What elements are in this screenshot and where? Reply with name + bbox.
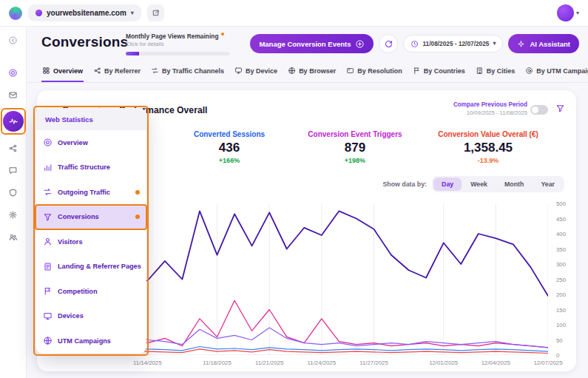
sidebar-target-button[interactable] xyxy=(7,67,19,78)
website-selector[interactable]: yourwebsitename.com ▾ xyxy=(28,4,141,21)
metric-label: Conversion Value Overall (€) xyxy=(438,130,538,138)
sidebar-users-button[interactable] xyxy=(7,231,19,243)
tab-overview[interactable]: Overview xyxy=(41,63,84,82)
flyout-item-label: Devices xyxy=(58,312,84,320)
flyout-item-traffic-structure[interactable]: Traffic Structure xyxy=(36,155,146,180)
flag-icon xyxy=(413,67,421,75)
y-axis-label: 300 xyxy=(556,261,566,268)
flyout-item-conversions[interactable]: Conversions xyxy=(36,205,146,230)
metric-conversion-value-overall: Conversion Value Overall (€) 1,358.45 -1… xyxy=(438,130,538,164)
y-axis-label: 400 xyxy=(556,231,566,237)
metric-delta: -13.9% xyxy=(438,157,538,164)
granularity-month[interactable]: Month xyxy=(496,178,532,191)
report-tabs: OverviewBy ReferrerBy Traffic ChannelsBy… xyxy=(27,61,588,83)
site-favicon-icon xyxy=(36,10,42,16)
flyout-item-outgoing-traffic[interactable]: Outgoing Traffic xyxy=(36,180,146,205)
pulse-icon xyxy=(8,116,18,126)
sidebar-web-statistics-button[interactable] xyxy=(3,111,24,132)
sidebar-share-button[interactable] xyxy=(7,142,19,154)
tab-by-referrer[interactable]: By Referrer xyxy=(92,63,141,82)
tab-by-cities[interactable]: By Cities xyxy=(475,63,516,82)
sidebar-gear-button[interactable] xyxy=(7,209,19,220)
tab-by-browser[interactable]: By Browser xyxy=(287,63,337,82)
share-icon xyxy=(93,67,101,75)
chevron-down-icon: ▾ xyxy=(131,10,134,16)
filter-button[interactable] xyxy=(554,104,566,115)
shield-icon xyxy=(8,188,18,198)
doc-icon xyxy=(43,262,53,271)
tab-label: Overview xyxy=(53,67,83,75)
person-icon xyxy=(43,237,53,246)
metric-conversion-event-triggers: Conversion Event Triggers 879 +198% xyxy=(308,130,402,164)
grid-icon xyxy=(42,67,50,75)
flyout-item-landing-referrer-pages[interactable]: Landing & Referrer Pages xyxy=(36,254,146,280)
sidebar-shield-button[interactable] xyxy=(7,186,19,198)
y-axis-label: 200 xyxy=(556,291,566,298)
flyout-item-label: Conversions xyxy=(58,213,99,220)
ai-sparkle-icon xyxy=(517,40,525,48)
ai-assistant-button[interactable]: AI Assistant xyxy=(508,34,579,53)
flyout-item-competition[interactable]: Competition xyxy=(36,279,146,304)
open-website-button[interactable] xyxy=(147,4,164,21)
flyout-item-label: Outgoing Traffic xyxy=(58,189,110,196)
building-icon xyxy=(476,67,484,75)
flyout-title: Web Statistics xyxy=(36,108,146,130)
clock-icon xyxy=(410,40,419,48)
tab-label: By Referrer xyxy=(104,67,141,75)
sidebar-chat-button[interactable] xyxy=(7,164,19,176)
flyout-item-overview[interactable]: Overview xyxy=(36,130,146,155)
at-icon xyxy=(525,67,533,75)
x-axis-label: 11/27/2025 xyxy=(359,360,388,366)
tab-by-utm-campaign[interactable]: By UTM Campaign xyxy=(524,63,588,82)
notification-dot-icon xyxy=(135,190,140,195)
chevron-down-icon: ▾ xyxy=(493,41,496,47)
granularity-week[interactable]: Week xyxy=(462,178,496,191)
date-range-picker[interactable]: 11/08/2025 - 12/07/2025 ▾ xyxy=(403,35,503,53)
tab-by-resolution[interactable]: By Resolution xyxy=(345,63,403,82)
refresh-button[interactable] xyxy=(379,34,398,53)
share-icon xyxy=(8,144,18,153)
user-menu[interactable]: ▾ xyxy=(557,4,579,21)
click-for-details-link[interactable]: Click for details xyxy=(126,41,237,47)
metric-delta: +166% xyxy=(194,157,265,164)
compare-toggle[interactable] xyxy=(530,105,548,115)
sidebar-mail-button[interactable] xyxy=(7,89,19,101)
mail-icon xyxy=(8,90,18,100)
globe-icon xyxy=(43,336,53,345)
flyout-item-devices[interactable]: Devices xyxy=(36,304,146,329)
compare-previous-period: Compare Previous Period 10/09/2025 - 11/… xyxy=(453,101,527,116)
compare-label: Compare Previous Period xyxy=(453,101,527,108)
target-icon xyxy=(43,138,53,147)
y-axis-label: 150 xyxy=(556,307,566,314)
y-axis-label: 100 xyxy=(556,322,566,328)
tab-by-traffic-channels[interactable]: By Traffic Channels xyxy=(150,63,225,82)
y-axis-label: 500 xyxy=(556,200,566,207)
x-axis-label: 12/07/2025 xyxy=(533,360,562,366)
app-logo-icon xyxy=(9,7,22,20)
x-axis-label: 11/24/2025 xyxy=(308,360,336,366)
bars-icon xyxy=(43,163,53,172)
manage-conversion-events-button[interactable]: Manage Conversion Events xyxy=(250,34,374,53)
notification-dot-icon xyxy=(135,215,140,219)
users-icon xyxy=(8,232,18,242)
sidebar-collapse-button[interactable] xyxy=(7,34,19,46)
tab-label: By Browser xyxy=(299,67,336,75)
website-name: yourwebsitename.com xyxy=(47,9,126,17)
web-statistics-flyout: Web Statistics OverviewTraffic Structure… xyxy=(36,108,146,354)
toggle-knob xyxy=(532,107,538,113)
flyout-item-visitors[interactable]: Visitors xyxy=(36,229,146,254)
granularity-switch: DayWeekMonthYear xyxy=(432,176,564,192)
tab-label: By Countries xyxy=(424,67,465,75)
granularity-year[interactable]: Year xyxy=(533,178,563,191)
metric-value: 436 xyxy=(194,141,265,155)
x-axis-label: 11/14/2025 xyxy=(133,360,161,366)
tab-by-countries[interactable]: By Countries xyxy=(412,63,466,82)
page-views-remaining[interactable]: Monthly Page Views Remaining Click for d… xyxy=(126,33,237,55)
globe-icon xyxy=(288,67,296,75)
y-axis-label: 350 xyxy=(556,246,566,253)
flyout-item-utm-campaigns[interactable]: UTM Campaigns xyxy=(36,328,146,354)
metric-label: Converted Sessions xyxy=(194,130,265,138)
tab-label: By Resolution xyxy=(357,67,402,75)
granularity-day[interactable]: Day xyxy=(433,178,462,191)
tab-by-device[interactable]: By Device xyxy=(234,63,278,82)
